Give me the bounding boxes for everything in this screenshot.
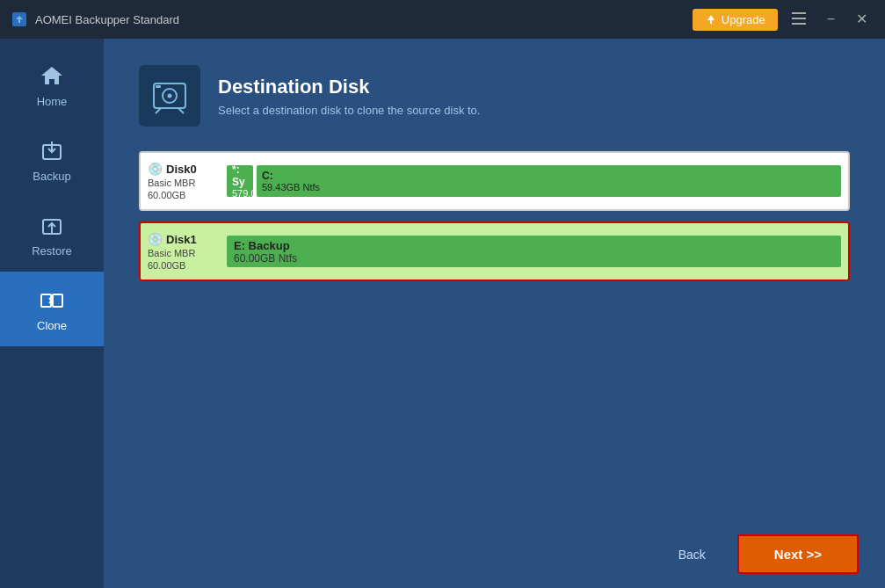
disk1-e-label: E: Backup xyxy=(234,239,834,252)
disk0-name: Disk0 xyxy=(166,163,197,176)
titlebar: AOMEI Backupper Standard Upgrade − ✕ xyxy=(0,0,885,39)
sidebar-item-restore[interactable]: Restore xyxy=(0,197,104,272)
disk0-c-size: 59.43GB Ntfs xyxy=(262,182,836,192)
menu-button[interactable] xyxy=(785,9,813,31)
sidebar-item-clone[interactable]: Clone xyxy=(0,272,104,346)
titlebar-left: AOMEI Backupper Standard xyxy=(11,11,179,28)
disk1-name-row: 💿 Disk1 xyxy=(148,232,213,246)
minimize-button[interactable]: − xyxy=(820,9,842,30)
restore-label: Restore xyxy=(32,244,72,258)
disk0-size: 60.00GB xyxy=(148,190,213,200)
header-icon-box xyxy=(139,65,200,127)
disk1-e-size: 60.00GB Ntfs xyxy=(234,252,834,265)
disk1-partitions: E: Backup 60.00GB Ntfs xyxy=(220,223,848,279)
disk1-size: 60.00GB xyxy=(148,260,213,271)
next-button[interactable]: Next >> xyxy=(737,534,859,574)
disk0-icon: 💿 xyxy=(148,162,163,176)
page-title: Destination Disk xyxy=(218,76,480,98)
svg-rect-6 xyxy=(41,294,51,307)
disk1-partitions-row: E: Backup 60.00GB Ntfs xyxy=(227,230,841,272)
svg-rect-3 xyxy=(792,23,806,25)
restore-icon xyxy=(38,211,66,239)
disk0-system-partition: *: Sy 579.0 xyxy=(227,165,253,197)
content-area: Destination Disk Select a destination di… xyxy=(104,39,885,588)
disk0-c-label: C: xyxy=(262,170,836,182)
disk0-name-row: 💿 Disk0 xyxy=(148,162,213,176)
disk1-type: Basic MBR xyxy=(148,248,213,258)
disk0-type: Basic MBR xyxy=(148,178,213,188)
svg-rect-1 xyxy=(792,12,806,14)
svg-rect-2 xyxy=(792,18,806,19)
content-header: Destination Disk Select a destination di… xyxy=(139,65,850,127)
disk1-icon: 💿 xyxy=(148,232,163,246)
upgrade-icon xyxy=(705,13,717,25)
disk0-info: 💿 Disk0 Basic MBR 60.00GB xyxy=(141,153,220,209)
sidebar-item-backup[interactable]: Backup xyxy=(0,122,104,197)
upgrade-button[interactable]: Upgrade xyxy=(693,9,778,31)
clone-label: Clone xyxy=(37,319,67,332)
svg-rect-11 xyxy=(156,85,161,88)
app-icon xyxy=(11,11,28,28)
backup-label: Backup xyxy=(33,170,70,183)
disk0-partitions: *: Sy 579.0 C: 59.43GB Ntfs xyxy=(220,153,848,209)
bottom-bar: Back Next >> xyxy=(104,520,885,588)
destination-disk-icon xyxy=(149,75,191,117)
menu-icon xyxy=(792,12,806,25)
header-text: Destination Disk Select a destination di… xyxy=(218,76,480,117)
main-layout: Home Backup Restore Clone xyxy=(0,39,885,588)
titlebar-controls: Upgrade − ✕ xyxy=(693,9,874,31)
disk0-sys-size: 579.0 xyxy=(232,188,248,199)
disk1-info: 💿 Disk1 Basic MBR 60.00GB xyxy=(141,223,220,279)
clone-icon xyxy=(38,286,66,314)
disk0-partitions-row: *: Sy 579.0 C: 59.43GB Ntfs xyxy=(227,160,841,202)
disk1-card[interactable]: 💿 Disk1 Basic MBR 60.00GB E: Backup 60.0… xyxy=(139,221,850,281)
disk0-c-partition: C: 59.43GB Ntfs xyxy=(257,165,841,197)
svg-point-10 xyxy=(168,94,172,98)
sidebar: Home Backup Restore Clone xyxy=(0,39,104,588)
home-label: Home xyxy=(37,95,68,108)
disk0-sys-label: *: Sy xyxy=(232,163,248,188)
disk1-e-partition: E: Backup 60.00GB Ntfs xyxy=(227,236,841,267)
sidebar-item-home[interactable]: Home xyxy=(0,47,104,122)
back-button[interactable]: Back xyxy=(661,539,723,570)
svg-rect-7 xyxy=(53,294,62,307)
close-button[interactable]: ✕ xyxy=(849,9,874,30)
app-title: AOMEI Backupper Standard xyxy=(35,13,179,26)
page-subtitle: Select a destination disk to clone the s… xyxy=(218,104,480,117)
backup-icon xyxy=(38,136,66,164)
disk0-card[interactable]: 💿 Disk0 Basic MBR 60.00GB *: Sy 579.0 C:… xyxy=(139,151,850,211)
home-icon xyxy=(38,62,66,90)
disk1-name: Disk1 xyxy=(166,233,197,246)
